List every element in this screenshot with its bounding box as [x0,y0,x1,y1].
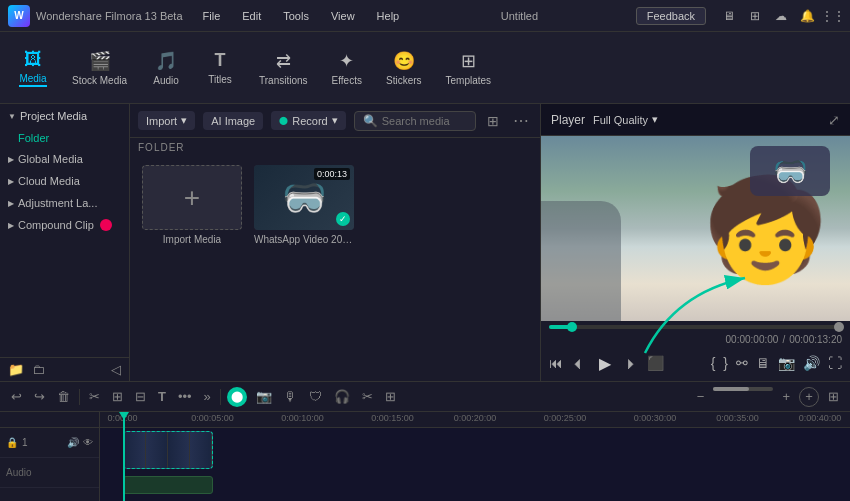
toolbar-stock-media[interactable]: 🎬 Stock Media [62,44,137,92]
effects-label: Effects [332,75,362,86]
toolbar-stickers[interactable]: 😊 Stickers [376,44,432,92]
import-button[interactable]: Import ▾ [138,111,195,130]
bracket-open-button[interactable]: { [711,355,716,371]
menu-view[interactable]: View [327,8,359,24]
frame-4 [190,432,212,468]
record-chevron: ▾ [332,114,338,127]
sidebar-item-compound[interactable]: ▶ Compound Clip [0,214,129,236]
toolbar-media[interactable]: 🖼 Media [8,43,58,93]
separator-2 [220,389,221,405]
track-eye-icon[interactable]: 👁 [83,437,93,448]
folder-item[interactable]: Folder [0,128,129,148]
screen-button[interactable]: 🖥 [756,355,770,371]
bell-icon[interactable]: 🔔 [798,7,816,25]
sidebar-item-adjustment[interactable]: ▶ Adjustment La... [0,192,129,214]
title-bar: W Wondershare Filmora 13 Beta File Edit … [0,0,850,32]
sidebar-item-global[interactable]: ▶ Global Media [0,148,129,170]
filter-icon[interactable]: ⊞ [484,111,502,131]
video-thumb: 🥽 0:00:13 ✓ [254,165,354,230]
project-media-label: Project Media [20,110,87,122]
toolbar-titles[interactable]: T Titles [195,44,245,91]
audio-clip-1[interactable] [123,476,213,494]
collapse-panel-icon[interactable]: ◁ [111,362,121,377]
delete-button[interactable]: 🗑 [54,387,73,406]
frame-1 [124,432,146,468]
stickers-icon: 😊 [393,50,415,72]
player-expand-icon[interactable]: ⤢ [828,112,840,128]
menu-file[interactable]: File [199,8,225,24]
timeline-toolbar: ↩ ↪ 🗑 ✂ ⊞ ⊟ T ••• » ⬤ 📷 🎙 🛡 🎧 ✂ ⊞ − + + … [0,382,850,412]
cut-button[interactable]: ✂ [86,387,103,406]
audio-btn[interactable]: ⊟ [132,387,149,406]
track-lock-icon[interactable]: 🔒 [6,437,18,448]
quality-selector[interactable]: Full Quality ▾ [593,113,658,126]
timeline-ruler[interactable]: 0:00:00 0:00:05:00 0:00:10:00 0:00:15:00… [100,412,850,428]
grid-btn[interactable]: ⊞ [382,387,399,406]
record-label: Record [292,115,327,127]
undo-button[interactable]: ↩ [8,387,25,406]
menu-help[interactable]: Help [373,8,404,24]
layout-btn[interactable]: ⊞ [825,387,842,407]
menu-tools[interactable]: Tools [279,8,313,24]
redo-button[interactable]: ↪ [31,387,48,406]
record-button[interactable]: ⬤ Record ▾ [271,111,345,130]
add-track-button[interactable]: + [799,387,819,407]
new-folder-icon[interactable]: 🗀 [32,362,45,377]
video-track [100,428,850,472]
bracket-close-button[interactable]: } [723,355,728,371]
step-fwd-button[interactable]: ⏵ [625,355,639,371]
skip-back-button[interactable]: ⏮ [549,355,563,371]
feedback-button[interactable]: Feedback [636,7,706,25]
playhead[interactable] [123,412,125,501]
play-button[interactable]: ▶ [593,351,617,375]
media-search-bar[interactable]: 🔍 [354,111,476,131]
ai-image-button[interactable]: AI Image [203,112,263,130]
titles-label: Titles [208,74,232,85]
project-media-header[interactable]: ▼ Project Media [0,104,129,128]
more-btn2[interactable]: » [201,387,214,406]
plus-zoom[interactable]: + [779,387,793,407]
timeline-content: 🔒 1 🔊 👁 Audio 0:00:00 0:00:05:00 0:00:10… [0,412,850,501]
cloud-icon[interactable]: ☁ [772,7,790,25]
video-media-item[interactable]: 🥽 0:00:13 ✓ WhatsApp Video 2023-10-05... [254,165,354,245]
more-btn[interactable]: ••• [175,387,195,406]
stop-button[interactable]: ⬛ [647,355,664,371]
monitor-icon[interactable]: 🖥 [720,7,738,25]
toolbar-effects[interactable]: ✦ Effects [322,44,372,92]
shield-btn[interactable]: 🛡 [306,387,325,406]
headphone-btn[interactable]: 🎧 [331,387,353,406]
video-clip-1[interactable] [123,431,213,469]
mic-btn[interactable]: 🎙 [281,387,300,406]
search-input[interactable] [382,115,467,127]
media-grid: + Import Media 🥽 0:00:13 ✓ WhatsApp Vide… [130,157,540,253]
toolbar-transitions[interactable]: ⇄ Transitions [249,44,318,92]
toolbar-templates[interactable]: ⊞ Templates [436,44,502,92]
step-back-button[interactable]: ⏴ [571,355,585,371]
toolbar-audio[interactable]: 🎵 Audio [141,44,191,92]
sidebar-item-cloud[interactable]: ▶ Cloud Media [0,170,129,192]
record-green-button[interactable]: ⬤ [227,387,247,407]
video-duration: 0:00:13 [314,168,350,180]
volume-button[interactable]: 🔊 [803,355,820,371]
menu-edit[interactable]: Edit [238,8,265,24]
search-icon: 🔍 [363,114,378,128]
scissors-btn[interactable]: ✂ [359,387,376,406]
track-speaker-icon[interactable]: 🔊 [67,437,79,448]
import-media-item[interactable]: + Import Media [142,165,242,245]
split-button[interactable]: ⚯ [736,355,748,371]
more-options-icon[interactable]: ⋯ [510,109,532,132]
crop-button[interactable]: ⊞ [109,387,126,406]
grid-icon[interactable]: ⋮⋮ [824,7,842,25]
track-labels: 🔒 1 🔊 👁 Audio [0,412,100,501]
left-panel: ▼ Project Media Folder ▶ Global Media ▶ … [0,104,130,381]
minus-zoom[interactable]: − [694,387,708,407]
fullscreen-button[interactable]: ⛶ [828,355,842,371]
player-progress-bar[interactable] [549,325,842,329]
zoom-slider[interactable] [713,387,773,391]
add-folder-icon[interactable]: 📁 [8,362,24,377]
stock-icon: 🎬 [89,50,111,72]
text-btn[interactable]: T [155,387,169,406]
cam-btn[interactable]: 📷 [253,387,275,406]
snapshot-button[interactable]: 📷 [778,355,795,371]
layout-icon[interactable]: ⊞ [746,7,764,25]
